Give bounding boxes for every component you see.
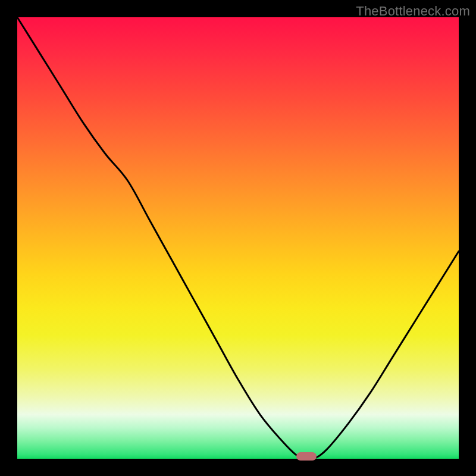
plot-area — [17, 17, 459, 459]
curve-path — [17, 17, 459, 460]
chart-frame: TheBottleneck.com — [0, 0, 476, 476]
bottleneck-curve — [17, 17, 459, 459]
optimum-marker — [296, 452, 317, 461]
